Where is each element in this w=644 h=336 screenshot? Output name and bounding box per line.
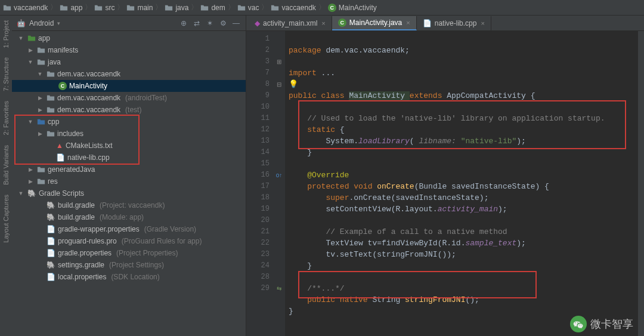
package-icon [47,70,55,78]
folder-icon [60,4,68,12]
close-icon[interactable]: × [321,20,325,27]
folder-icon [271,4,279,12]
crumb-8[interactable]: CMainActivity [328,4,377,12]
editor-tab-bar: ◆activity_main.xml× CMainActivity.java× … [246,16,644,31]
side-tool-rail: 1: Project 7: Structure 2: Favorites Bui… [0,16,12,336]
folder-icon [37,165,45,174]
tree-includes[interactable]: ▶includes [12,128,246,140]
cmake-icon: ▲ [56,141,63,150]
override-icon[interactable]: o↑ [273,169,285,181]
gradle-icon: 🐘 [47,213,55,221]
folder-icon [3,4,11,12]
tree-pkg-test[interactable]: ▶dem.vac.vaccaendk(test) [12,104,246,116]
crumb-7[interactable]: vaccaendk [271,4,315,12]
fold-icon[interactable]: ⊟ [273,79,285,90]
tree-res[interactable]: ▶res [12,175,246,187]
gradle-icon: 🐘 [47,261,55,269]
crumb-4[interactable]: java [165,4,188,12]
project-panel-header: 🤖 Android ▾ ⊕ ⇄ ✶ ⚙ — [12,16,246,31]
wechat-icon [570,316,587,332]
properties-icon: 📄 [47,273,55,281]
tree-sg[interactable]: 🐘settings.gradle(Project Settings) [12,259,246,271]
tree-bg-project[interactable]: 🐘build.gradle(Project: vaccaendk) [12,199,246,211]
folder-icon [237,4,246,12]
tab-mainactivity[interactable]: CMainActivity.java× [332,16,417,30]
gradle-icon: 🐘 [47,201,55,209]
crumb-6[interactable]: vac [237,4,259,12]
tree-lp[interactable]: 📄local.properties(SDK Location) [12,271,246,283]
tree-bg-module[interactable]: 🐘build.gradle(Module: app) [12,211,246,223]
folder-icon [126,4,135,12]
tree-java[interactable]: ▼java [12,56,246,68]
collapse-icon[interactable]: ✶ [205,19,215,28]
project-mode[interactable]: Android [29,19,54,27]
tree-gradle-scripts[interactable]: ▼🐘Gradle Scripts [12,187,246,199]
vertical-scrollbar[interactable] [638,31,644,336]
tree-cpp[interactable]: ▼cpp [12,116,246,128]
watermark: 微卡智享 [570,316,633,332]
crumb-3[interactable]: main [126,4,153,12]
folder-icon [37,46,45,54]
locate-icon[interactable]: ⊕ [179,19,188,28]
side-tab-favorites[interactable]: 2: Favorites [1,96,11,140]
properties-icon: 📄 [47,225,55,233]
folder-icon [37,177,45,186]
side-tab-build-variants[interactable]: Build Variants [1,140,11,190]
tree-nativelib[interactable]: 📄native-lib.cpp [12,152,246,164]
gutter-icon-column: ⊞ ⊟ o↑ ⇆ [273,31,285,336]
folder-icon [37,58,45,66]
folder-icon [200,4,209,12]
crumb-5[interactable]: dem [200,4,225,12]
editor-area: ◆activity_main.xml× CMainActivity.java× … [246,16,644,336]
class-icon: C [58,82,67,90]
tree-pkg-androidtest[interactable]: ▶dem.vac.vaccaendk(androidTest) [12,92,246,104]
settings-icon[interactable]: ⚙ [218,19,228,28]
project-tree[interactable]: ▼app ▶manifests ▼java ▼dem.vac.vaccaendk… [12,31,246,336]
folder-icon [47,130,55,138]
hide-panel-icon[interactable]: — [231,19,241,28]
tab-activity-main[interactable]: ◆activity_main.xml× [249,16,332,30]
class-icon: C [328,4,336,12]
proguard-icon: 📄 [47,237,55,245]
tree-cmake[interactable]: ▲CMakeLists.txt [12,140,246,152]
tree-manifests[interactable]: ▶manifests [12,44,246,56]
tree-pgr[interactable]: 📄proguard-rules.pro(ProGuard Rules for a… [12,235,246,247]
cpp-file-icon: 📄 [56,153,65,162]
project-panel: 🤖 Android ▾ ⊕ ⇄ ✶ ⚙ — ▼app ▶manifests ▼j… [12,16,246,336]
crumb-sep: 〉 [50,2,57,13]
tree-app[interactable]: ▼app [12,32,246,44]
tab-nativelib[interactable]: 📄native-lib.cpp× [417,16,491,30]
side-tab-project[interactable]: 1: Project [1,16,11,53]
package-icon [47,94,55,102]
cpp-file-icon: 📄 [423,19,432,27]
module-icon [27,34,36,42]
class-icon: C [338,19,346,27]
side-tab-structure[interactable]: 7: Structure [1,53,11,96]
folder-icon [94,4,103,12]
close-icon[interactable]: × [481,20,484,27]
dropdown-arrow-icon[interactable]: ▾ [57,20,60,26]
android-icon: 🤖 [17,19,26,27]
fold-icon[interactable]: ⊞ [273,56,285,67]
crumb-1[interactable]: app [60,4,82,12]
side-tab-layout-captures[interactable]: Layout Captures [1,190,11,248]
tree-mainactivity[interactable]: CMainActivity [12,80,246,92]
folder-icon [165,4,173,12]
expand-icon[interactable]: ⇄ [192,19,202,28]
code-editor[interactable]: package dem.vac.vaccaendk; import ... 💡 … [285,31,644,336]
close-icon[interactable]: × [406,19,410,26]
tree-gp[interactable]: 📄gradle.properties(Project Properties) [12,247,246,259]
properties-icon: 📄 [47,249,55,257]
crumb-0[interactable]: vaccaendk [3,4,48,12]
tree-gwp[interactable]: 📄gradle-wrapper.properties(Gradle Versio… [12,223,246,235]
crumb-2[interactable]: src [94,4,114,12]
gradle-icon: 🐘 [27,189,36,198]
tree-generated[interactable]: ▶generatedJava [12,164,246,175]
xml-file-icon: ◆ [255,19,260,27]
native-icon[interactable]: ⇆ [273,283,285,294]
editor-body[interactable]: 1237891011121314151617181920212223242829… [246,31,644,336]
package-icon [47,106,55,114]
line-number-gutter: 1237891011121314151617181920212223242829 [246,31,273,336]
breadcrumb-bar: vaccaendk 〉 app 〉 src 〉 main 〉 java 〉 de… [0,0,644,16]
tree-pkg-main[interactable]: ▼dem.vac.vaccaendk [12,68,246,80]
